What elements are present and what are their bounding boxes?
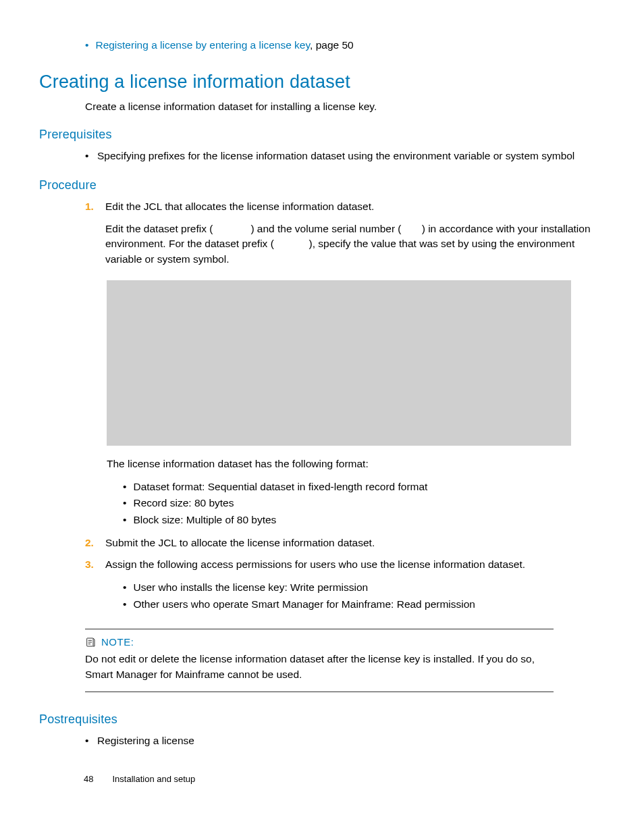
step-lead: Submit the JCL to allocate the license i… bbox=[105, 536, 605, 550]
prerequisite-item: • Specifying prefixes for the license in… bbox=[85, 149, 605, 163]
reference-link[interactable]: Registering a license by entering a lice… bbox=[95, 39, 310, 51]
bullet-dot-icon: • bbox=[85, 733, 90, 748]
step-detail: Edit the dataset prefix ( ) and the volu… bbox=[105, 221, 605, 267]
procedure-list-cont: 2. Submit the JCL to allocate the licens… bbox=[85, 536, 605, 573]
procedure-heading: Procedure bbox=[39, 178, 605, 192]
list-item: •Dataset format: Sequential dataset in f… bbox=[123, 479, 605, 496]
section-intro: Create a license information dataset for… bbox=[85, 101, 605, 113]
footer-title: Installation and setup bbox=[112, 774, 195, 784]
detail-fragment: Edit the dataset prefix ( bbox=[105, 223, 213, 234]
detail-fragment: ) and the volume serial number ( bbox=[250, 223, 401, 234]
list-item: •Block size: Multiple of 80 bytes bbox=[123, 512, 605, 529]
procedure-step: 3. Assign the following access permissio… bbox=[85, 557, 605, 572]
page-number: 48 bbox=[84, 774, 93, 784]
page-footer: 48 Installation and setup bbox=[84, 774, 195, 784]
step-body: Assign the following access permissions … bbox=[105, 557, 605, 572]
jcl-code-block bbox=[107, 280, 571, 446]
bullet-text: User who installs the license key: Write… bbox=[133, 579, 368, 596]
format-intro: The license information dataset has the … bbox=[107, 457, 605, 471]
section-title: Creating a license information dataset bbox=[39, 72, 605, 93]
permission-bullets: •User who installs the license key: Writ… bbox=[123, 579, 605, 613]
step-lead: Assign the following access permissions … bbox=[105, 557, 605, 572]
bullet-dot-icon: • bbox=[123, 596, 126, 613]
bullet-dot-icon: • bbox=[85, 149, 90, 163]
list-item: •Other users who operate Smart Manager f… bbox=[123, 596, 605, 613]
bullet-text: Block size: Multiple of 80 bytes bbox=[133, 512, 276, 529]
procedure-step: 2. Submit the JCL to allocate the licens… bbox=[85, 536, 605, 550]
bullet-dot-icon: • bbox=[123, 579, 126, 596]
bullet-dot-icon: • bbox=[123, 495, 126, 512]
note-box: NOTE: Do not edit or delete the license … bbox=[85, 629, 554, 692]
bullet-dot-icon: • bbox=[123, 479, 126, 496]
bullet-dot-icon: • bbox=[123, 512, 126, 529]
note-body: Do not edit or delete the license inform… bbox=[85, 652, 554, 682]
prerequisites-block: Prerequisites • Specifying prefixes for … bbox=[39, 128, 605, 163]
procedure-list: 1. Edit the JCL that allocates the licen… bbox=[85, 199, 605, 273]
postrequisites-block: Postrequisites • Registering a license bbox=[39, 712, 605, 748]
format-bullets: •Dataset format: Sequential dataset in f… bbox=[123, 479, 605, 529]
note-icon bbox=[85, 637, 96, 648]
note-header: NOTE: bbox=[85, 636, 554, 648]
procedure-step: 1. Edit the JCL that allocates the licen… bbox=[85, 199, 605, 273]
top-reference-text: Registering a license by entering a lice… bbox=[95, 38, 353, 53]
bullet-text: Other users who operate Smart Manager fo… bbox=[133, 596, 475, 613]
bullet-text: Record size: 80 bytes bbox=[133, 495, 234, 512]
step-lead: Edit the JCL that allocates the license … bbox=[105, 199, 605, 214]
step-number: 2. bbox=[85, 536, 97, 550]
list-item: •User who installs the license key: Writ… bbox=[123, 579, 605, 596]
postrequisite-item: • Registering a license bbox=[85, 733, 605, 748]
step-number: 3. bbox=[85, 557, 97, 572]
top-reference-bullet: • Registering a license by entering a li… bbox=[85, 38, 605, 53]
step-number: 1. bbox=[85, 199, 97, 273]
postrequisite-text: Registering a license bbox=[97, 733, 194, 748]
prerequisites-heading: Prerequisites bbox=[39, 128, 605, 142]
bullet-text: Dataset format: Sequential dataset in fi… bbox=[133, 479, 427, 496]
list-item: •Record size: 80 bytes bbox=[123, 495, 605, 512]
prerequisite-text: Specifying prefixes for the license info… bbox=[97, 149, 574, 163]
note-label: NOTE: bbox=[101, 636, 134, 648]
bullet-dot-icon: • bbox=[85, 38, 88, 53]
reference-suffix: , page 50 bbox=[310, 39, 354, 51]
step-body: Edit the JCL that allocates the license … bbox=[105, 199, 605, 273]
page-content: • Registering a license by entering a li… bbox=[39, 38, 605, 749]
step-body: Submit the JCL to allocate the license i… bbox=[105, 536, 605, 550]
postrequisites-heading: Postrequisites bbox=[39, 712, 605, 727]
